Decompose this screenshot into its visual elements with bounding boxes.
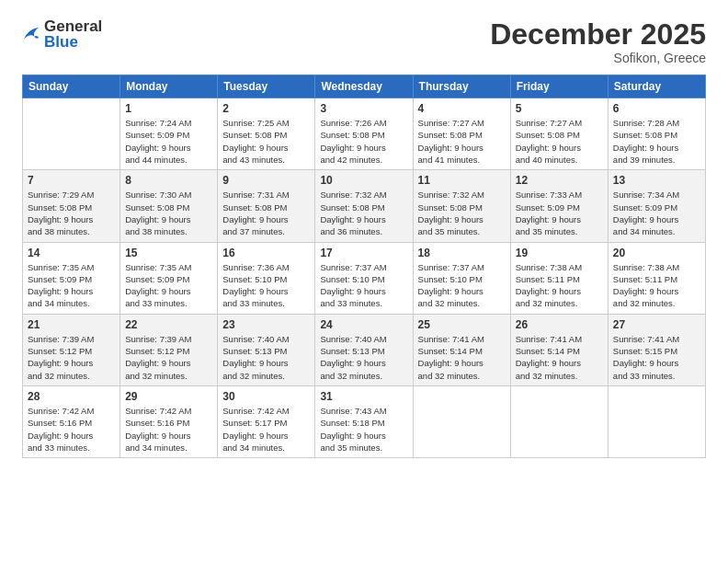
table-cell: 12Sunrise: 7:33 AM Sunset: 5:09 PM Dayli… [510, 170, 608, 242]
table-cell: 16Sunrise: 7:36 AM Sunset: 5:10 PM Dayli… [218, 242, 315, 314]
logo: General Blue [22, 18, 102, 50]
day-info: Sunrise: 7:29 AM Sunset: 5:08 PM Dayligh… [28, 189, 115, 237]
table-cell: 7Sunrise: 7:29 AM Sunset: 5:08 PM Daylig… [23, 170, 120, 242]
subtitle: Sofikon, Greece [490, 51, 706, 65]
day-number: 4 [418, 102, 506, 115]
table-cell: 10Sunrise: 7:32 AM Sunset: 5:08 PM Dayli… [315, 170, 413, 242]
table-cell [23, 98, 120, 170]
day-number: 26 [516, 318, 603, 331]
table-cell [510, 385, 608, 457]
table-cell: 4Sunrise: 7:27 AM Sunset: 5:08 PM Daylig… [413, 98, 510, 170]
day-info: Sunrise: 7:39 AM Sunset: 5:12 PM Dayligh… [125, 333, 212, 382]
day-info: Sunrise: 7:34 AM Sunset: 5:09 PM Dayligh… [613, 189, 700, 237]
calendar: Sunday Monday Tuesday Wednesday Thursday… [22, 75, 706, 458]
logo-blue-text: Blue [44, 34, 102, 50]
title-block: December 2025 Sofikon, Greece [490, 18, 706, 65]
day-number: 13 [613, 174, 700, 187]
day-info: Sunrise: 7:27 AM Sunset: 5:08 PM Dayligh… [516, 117, 603, 166]
table-cell: 13Sunrise: 7:34 AM Sunset: 5:09 PM Dayli… [608, 170, 705, 242]
table-cell: 24Sunrise: 7:40 AM Sunset: 5:13 PM Dayli… [315, 314, 413, 385]
day-info: Sunrise: 7:42 AM Sunset: 5:17 PM Dayligh… [222, 405, 310, 454]
table-cell: 5Sunrise: 7:27 AM Sunset: 5:08 PM Daylig… [510, 98, 608, 170]
day-info: Sunrise: 7:24 AM Sunset: 5:09 PM Dayligh… [125, 117, 212, 166]
day-number: 24 [320, 318, 407, 331]
day-number: 23 [222, 318, 310, 331]
weekday-header-row: Sunday Monday Tuesday Wednesday Thursday… [23, 75, 706, 98]
table-cell: 11Sunrise: 7:32 AM Sunset: 5:08 PM Dayli… [413, 170, 510, 242]
day-number: 8 [125, 174, 212, 187]
day-info: Sunrise: 7:32 AM Sunset: 5:08 PM Dayligh… [418, 189, 506, 237]
table-cell: 26Sunrise: 7:41 AM Sunset: 5:14 PM Dayli… [510, 314, 608, 385]
day-info: Sunrise: 7:36 AM Sunset: 5:10 PM Dayligh… [222, 261, 310, 310]
table-cell [608, 385, 705, 457]
day-number: 16 [222, 247, 310, 259]
day-info: Sunrise: 7:31 AM Sunset: 5:08 PM Dayligh… [222, 189, 310, 237]
header-wednesday: Wednesday [315, 75, 413, 98]
table-cell: 2Sunrise: 7:25 AM Sunset: 5:08 PM Daylig… [218, 98, 315, 170]
day-info: Sunrise: 7:41 AM Sunset: 5:14 PM Dayligh… [418, 333, 506, 382]
table-cell: 17Sunrise: 7:37 AM Sunset: 5:10 PM Dayli… [315, 242, 413, 314]
table-cell: 30Sunrise: 7:42 AM Sunset: 5:17 PM Dayli… [218, 385, 315, 457]
day-number: 1 [125, 102, 212, 115]
header-monday: Monday [120, 75, 218, 98]
day-number: 11 [418, 174, 506, 187]
week-row-4: 21Sunrise: 7:39 AM Sunset: 5:12 PM Dayli… [23, 314, 706, 385]
table-cell: 23Sunrise: 7:40 AM Sunset: 5:13 PM Dayli… [218, 314, 315, 385]
day-number: 9 [222, 174, 310, 187]
day-info: Sunrise: 7:35 AM Sunset: 5:09 PM Dayligh… [28, 261, 115, 310]
day-number: 17 [320, 247, 407, 259]
table-cell: 9Sunrise: 7:31 AM Sunset: 5:08 PM Daylig… [218, 170, 315, 242]
month-title: December 2025 [490, 18, 706, 51]
day-number: 2 [222, 102, 310, 115]
table-cell: 21Sunrise: 7:39 AM Sunset: 5:12 PM Dayli… [23, 314, 120, 385]
day-info: Sunrise: 7:40 AM Sunset: 5:13 PM Dayligh… [222, 333, 310, 382]
day-info: Sunrise: 7:26 AM Sunset: 5:08 PM Dayligh… [320, 117, 407, 166]
table-cell: 14Sunrise: 7:35 AM Sunset: 5:09 PM Dayli… [23, 242, 120, 314]
day-info: Sunrise: 7:37 AM Sunset: 5:10 PM Dayligh… [418, 261, 506, 310]
day-number: 29 [125, 390, 212, 403]
day-info: Sunrise: 7:30 AM Sunset: 5:08 PM Dayligh… [125, 189, 212, 237]
table-cell: 29Sunrise: 7:42 AM Sunset: 5:16 PM Dayli… [120, 385, 218, 457]
day-info: Sunrise: 7:38 AM Sunset: 5:11 PM Dayligh… [613, 261, 700, 310]
day-number: 27 [613, 318, 700, 331]
header-tuesday: Tuesday [218, 75, 315, 98]
day-number: 12 [516, 174, 603, 187]
day-info: Sunrise: 7:38 AM Sunset: 5:11 PM Dayligh… [516, 261, 603, 310]
table-cell: 8Sunrise: 7:30 AM Sunset: 5:08 PM Daylig… [120, 170, 218, 242]
day-number: 22 [125, 318, 212, 331]
logo-general-text: General [44, 18, 102, 34]
header-thursday: Thursday [413, 75, 510, 98]
day-number: 14 [28, 247, 115, 259]
week-row-3: 14Sunrise: 7:35 AM Sunset: 5:09 PM Dayli… [23, 242, 706, 314]
week-row-1: 1Sunrise: 7:24 AM Sunset: 5:09 PM Daylig… [23, 98, 706, 170]
header-saturday: Saturday [608, 75, 705, 98]
header-sunday: Sunday [23, 75, 120, 98]
day-info: Sunrise: 7:33 AM Sunset: 5:09 PM Dayligh… [516, 189, 603, 237]
day-number: 6 [613, 102, 700, 115]
day-number: 20 [613, 247, 700, 259]
day-info: Sunrise: 7:43 AM Sunset: 5:18 PM Dayligh… [320, 405, 407, 454]
day-info: Sunrise: 7:28 AM Sunset: 5:08 PM Dayligh… [613, 117, 700, 166]
day-info: Sunrise: 7:41 AM Sunset: 5:15 PM Dayligh… [613, 333, 700, 382]
day-number: 15 [125, 247, 212, 259]
day-info: Sunrise: 7:37 AM Sunset: 5:10 PM Dayligh… [320, 261, 407, 310]
day-info: Sunrise: 7:32 AM Sunset: 5:08 PM Dayligh… [320, 189, 407, 237]
table-cell: 22Sunrise: 7:39 AM Sunset: 5:12 PM Dayli… [120, 314, 218, 385]
day-info: Sunrise: 7:40 AM Sunset: 5:13 PM Dayligh… [320, 333, 407, 382]
header-friday: Friday [510, 75, 608, 98]
day-info: Sunrise: 7:25 AM Sunset: 5:08 PM Dayligh… [222, 117, 310, 166]
day-info: Sunrise: 7:27 AM Sunset: 5:08 PM Dayligh… [418, 117, 506, 166]
table-cell: 31Sunrise: 7:43 AM Sunset: 5:18 PM Dayli… [315, 385, 413, 457]
day-number: 25 [418, 318, 506, 331]
day-info: Sunrise: 7:39 AM Sunset: 5:12 PM Dayligh… [28, 333, 115, 382]
table-cell: 15Sunrise: 7:35 AM Sunset: 5:09 PM Dayli… [120, 242, 218, 314]
day-number: 31 [320, 390, 407, 403]
table-cell: 19Sunrise: 7:38 AM Sunset: 5:11 PM Dayli… [510, 242, 608, 314]
logo-name: General Blue [44, 18, 102, 50]
day-number: 30 [222, 390, 310, 403]
day-number: 7 [28, 174, 115, 187]
day-info: Sunrise: 7:42 AM Sunset: 5:16 PM Dayligh… [125, 405, 212, 454]
page: General Blue December 2025 Sofikon, Gree… [0, 0, 728, 563]
day-number: 3 [320, 102, 407, 115]
table-cell: 27Sunrise: 7:41 AM Sunset: 5:15 PM Dayli… [608, 314, 705, 385]
